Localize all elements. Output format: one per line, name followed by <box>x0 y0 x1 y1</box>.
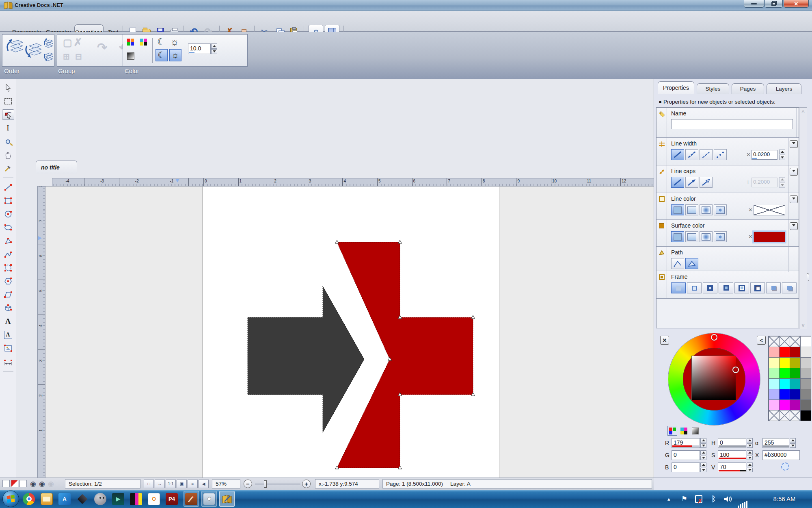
line-style-dashdot-button[interactable] <box>700 149 713 160</box>
taskbar-design-studio-icon[interactable] <box>128 491 144 507</box>
tab-pages[interactable]: Pages <box>732 83 764 94</box>
frame-thin-button[interactable] <box>687 282 702 293</box>
view-fit-width-button[interactable]: ↔ <box>155 480 165 488</box>
list-scroll-down[interactable]: v <box>799 321 807 329</box>
bring-forward-icon[interactable] <box>43 38 54 48</box>
list-scroll-up[interactable]: ^ <box>799 108 807 116</box>
rgb-mode-button[interactable] <box>667 426 677 436</box>
picker-close-button[interactable]: ✕ <box>660 336 669 345</box>
taskbar-p4-icon[interactable]: P4 <box>164 491 179 507</box>
palette-swatch[interactable] <box>790 399 801 410</box>
color-adjust-value-field[interactable]: 10.0 <box>188 43 211 54</box>
palette-swatch[interactable] <box>790 347 801 358</box>
text-frame-tool[interactable]: A <box>2 330 14 340</box>
group-icon[interactable]: ▢ <box>63 37 72 48</box>
palette-swatch[interactable] <box>769 368 780 379</box>
v-spin-down[interactable] <box>747 468 753 473</box>
text-cursor-tool[interactable]: I <box>2 123 14 133</box>
palette-swatch[interactable] <box>790 368 801 379</box>
line-width-spin-up[interactable] <box>779 150 785 155</box>
s-field[interactable]: 100 <box>718 450 746 460</box>
taskbar-media-player-icon[interactable]: ▶ <box>110 491 126 507</box>
palette-swatch[interactable] <box>779 336 790 347</box>
s-spin-up[interactable] <box>747 450 753 455</box>
surface-radial-button[interactable] <box>700 231 713 242</box>
volume-3d-tool[interactable] <box>2 303 14 313</box>
frame-thick-button[interactable] <box>703 282 717 293</box>
zoom-slider-track[interactable] <box>255 484 300 484</box>
minimize-button[interactable] <box>744 0 764 8</box>
h-field[interactable]: 0 <box>718 438 746 448</box>
vertical-ruler[interactable]: 10987654321 <box>37 186 45 508</box>
horizontal-ruler-marker[interactable] <box>175 179 179 185</box>
swatch-line-none[interactable] <box>2 480 10 487</box>
line-tool[interactable] <box>2 182 14 193</box>
fill-pattern-button[interactable] <box>714 204 727 215</box>
h-spin-down[interactable] <box>747 443 753 448</box>
swatch-crossed[interactable] <box>19 480 27 487</box>
view-eye-icon[interactable]: ◉ <box>30 480 36 488</box>
b-spin-down[interactable] <box>700 468 706 473</box>
marquee-select-tool[interactable] <box>2 96 14 106</box>
r-field[interactable]: 179 <box>672 438 700 448</box>
bring-to-front-icon[interactable] <box>5 38 24 56</box>
surface-gradient-button[interactable] <box>685 231 698 242</box>
frame-shadow-button[interactable] <box>766 282 781 293</box>
palette-swatch[interactable] <box>769 378 780 389</box>
selection-handle[interactable] <box>398 240 402 243</box>
tray-show-hidden-icon[interactable]: ▴ <box>667 496 670 502</box>
palette-swatch[interactable] <box>779 347 790 358</box>
taskbar-gimp-icon[interactable] <box>93 491 108 507</box>
image-frame-tool[interactable] <box>2 343 14 354</box>
lighter-icon[interactable]: ☼ <box>170 36 179 48</box>
node-edit-tool[interactable] <box>2 109 14 120</box>
frame-shadow-inner-button[interactable] <box>750 282 765 293</box>
fill-flat-button[interactable] <box>671 204 684 215</box>
palette-swatch[interactable] <box>779 389 790 400</box>
taskbar-browser-icon[interactable] <box>21 491 37 507</box>
taskbar-app-blue-icon[interactable]: A <box>57 491 72 507</box>
surface-color-expand-button[interactable] <box>790 222 798 230</box>
palette-swatch[interactable] <box>800 378 811 389</box>
group-remove-icon[interactable]: ⊟ <box>75 52 82 61</box>
clock[interactable]: 8:56 AM <box>760 490 809 508</box>
hue-marker[interactable] <box>711 334 717 341</box>
cmyk-mode-button[interactable] <box>679 426 689 436</box>
path-closed-button[interactable] <box>685 258 698 269</box>
v-field[interactable]: 70 <box>718 462 746 472</box>
hue-wheel[interactable] <box>668 333 760 425</box>
arrow-shape[interactable] <box>248 286 364 432</box>
tray-action-center-flag-icon[interactable]: ⚑ <box>681 495 687 503</box>
palette-swatch[interactable] <box>800 336 811 347</box>
tray-volume-icon[interactable] <box>723 490 733 508</box>
palette-swatch[interactable] <box>769 399 780 410</box>
lighter-pressed-button[interactable]: ☼ <box>169 49 181 61</box>
view-fit-selection-button[interactable]: ▣ <box>177 480 187 488</box>
palette-swatch[interactable] <box>779 410 790 421</box>
v-spin-up[interactable] <box>747 462 753 467</box>
ungroup-icon[interactable]: ✗ <box>73 36 82 49</box>
path-open-button[interactable] <box>671 258 684 269</box>
enter-group-icon[interactable]: ↷ <box>97 40 107 54</box>
close-button[interactable]: ✕ <box>784 0 809 8</box>
cap-length-field[interactable]: 0.2000 <box>752 178 777 187</box>
view-actual-size-button[interactable]: 1:1 <box>166 480 176 488</box>
taskbar-office-doc-icon[interactable]: O <box>146 491 162 507</box>
taskbar-creative-docs-icon[interactable] <box>219 491 235 507</box>
line-style-dash-button[interactable] <box>685 149 698 160</box>
palette-swatch[interactable] <box>779 399 790 410</box>
line-width-expand-button[interactable] <box>790 140 798 148</box>
ellipse-tool[interactable] <box>2 222 14 233</box>
b-field[interactable]: 0 <box>672 462 700 472</box>
line-color-swatch[interactable] <box>754 205 785 215</box>
view-eye-icon-2[interactable]: ◉ <box>39 480 45 488</box>
line-width-value-field[interactable]: 0.0200 <box>752 150 777 160</box>
tray-network-signal-icon[interactable] <box>738 490 747 508</box>
regular-polygon-tool[interactable] <box>2 276 14 287</box>
freeform-tool[interactable] <box>2 263 14 273</box>
palette-swatch[interactable] <box>769 389 780 400</box>
g-spin-down[interactable] <box>700 456 706 460</box>
taskbar-presenter-icon[interactable] <box>201 491 217 507</box>
name-input[interactable] <box>671 119 793 129</box>
zoom-out-button[interactable]: − <box>244 480 252 488</box>
